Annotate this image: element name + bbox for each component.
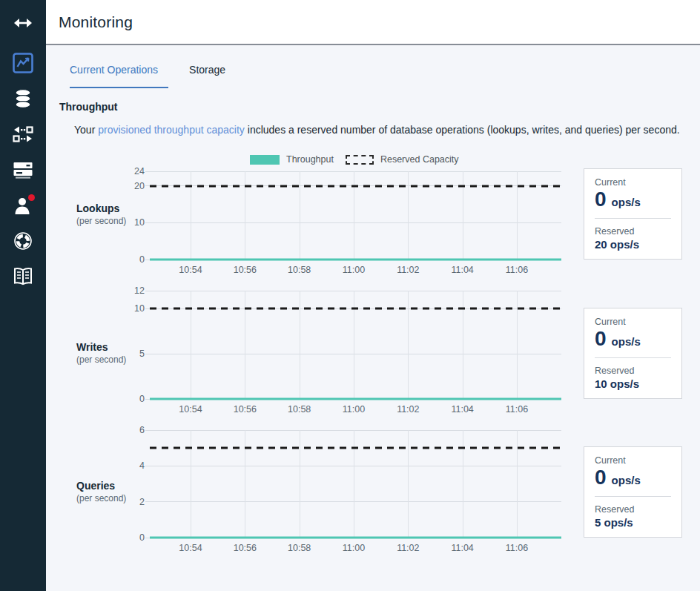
- active-tasks-icon: [13, 161, 33, 179]
- sidebar-item-databases[interactable]: [0, 81, 46, 116]
- x-tick-label: 11:06: [506, 543, 528, 553]
- tab-current-operations[interactable]: Current Operations: [70, 64, 168, 88]
- y-tick-label: 24: [116, 166, 145, 176]
- lookups-chart-plot: 2420100: [150, 171, 561, 260]
- page-title: Monitoring: [59, 13, 133, 31]
- throughput-legend-label: Throughput: [286, 154, 334, 165]
- x-tick-label: 11:00: [343, 404, 365, 415]
- queries-chart-x-axis: 10:5410:5610:5811:0011:0211:0411:06: [150, 538, 561, 569]
- y-tick-label: 0: [116, 532, 145, 543]
- x-tick-label: 10:58: [288, 265, 311, 275]
- sidebar-item-replication[interactable]: [0, 116, 46, 152]
- reserved-label: Reserved: [595, 504, 671, 515]
- reserved-value: 10 ops/s: [595, 377, 671, 390]
- x-tick-label: 10:58: [288, 543, 311, 553]
- writes-chart-x-axis: 10:5410:5610:5811:0011:0211:0411:06: [150, 399, 561, 430]
- reserved-value: 20 ops/s: [595, 238, 671, 251]
- writes-chart-plot: 121050: [150, 291, 561, 399]
- reserved-capacity-line: [150, 447, 561, 449]
- reserved-capacity-legend-label: Reserved Capacity: [380, 154, 459, 165]
- reserved-value: 5 ops/s: [595, 516, 671, 529]
- current-value: 0 ops/s: [595, 188, 671, 210]
- x-tick-label: 11:00: [343, 265, 365, 275]
- y-tick-label: 0: [116, 394, 145, 404]
- section-description: Your provisioned throughput capacity inc…: [74, 124, 700, 136]
- chart-title: Queries: [76, 480, 147, 492]
- description-prefix: Your: [74, 124, 98, 136]
- documentation-book-icon: [13, 267, 33, 286]
- reserved-capacity-legend-swatch: [346, 155, 374, 165]
- reserved-capacity-line: [150, 308, 561, 310]
- y-tick-label: 12: [116, 285, 145, 296]
- card-divider: [595, 496, 671, 497]
- x-tick-label: 10:54: [179, 543, 202, 553]
- y-tick-label: 20: [116, 181, 145, 191]
- database-icon: [13, 88, 33, 109]
- tab-bar: Current Operations Storage: [46, 45, 700, 88]
- x-tick-label: 10:58: [288, 404, 311, 415]
- main-area: Monitoring Current Operations Storage Th…: [46, 0, 700, 591]
- throughput-line: [150, 259, 561, 261]
- sidebar-toggle-button[interactable]: [0, 0, 46, 45]
- throughput-line: [150, 398, 561, 400]
- tab-storage[interactable]: Storage: [189, 64, 225, 88]
- x-tick-label: 11:06: [506, 404, 528, 415]
- x-tick-label: 11:00: [343, 543, 365, 553]
- lookups-chart-x-axis: 10:5410:5610:5811:0011:0211:0411:06: [150, 260, 561, 291]
- x-tick-label: 11:04: [451, 404, 473, 415]
- chart-legend: Throughput Reserved Capacity: [250, 154, 700, 165]
- x-tick-label: 10:54: [179, 265, 202, 275]
- queries-stat-card: Current 0 ops/s Reserved 5 ops/s: [584, 446, 682, 538]
- y-tick-label: 5: [116, 349, 145, 359]
- x-tick-label: 11:04: [451, 265, 473, 275]
- sidebar-item-support[interactable]: [0, 223, 46, 259]
- x-tick-label: 11:02: [397, 404, 419, 415]
- y-tick-label: 10: [116, 217, 145, 228]
- chart-row-queries: Queries (per second) 6420 10:5410:5610:5…: [46, 430, 700, 569]
- lookups-stat-card: Current 0 ops/s Reserved 20 ops/s: [584, 168, 682, 260]
- throughput-line: [150, 537, 561, 539]
- sidebar-item-documentation[interactable]: [0, 259, 46, 294]
- charts-section: Lookups (per second) 2420100 10:5410:561…: [46, 171, 700, 569]
- monitoring-chart-icon: [12, 52, 34, 74]
- reserved-label: Reserved: [595, 366, 671, 376]
- provisioned-throughput-capacity-link[interactable]: provisioned throughput capacity: [98, 124, 245, 136]
- reserved-label: Reserved: [595, 226, 671, 237]
- throughput-legend-swatch: [250, 155, 280, 165]
- x-tick-label: 10:54: [179, 404, 202, 415]
- sidebar-item-monitoring[interactable]: [0, 45, 46, 81]
- expand-sidebar-icon: [13, 16, 33, 30]
- y-tick-label: 6: [116, 425, 145, 435]
- sidebar-item-account[interactable]: [0, 188, 46, 223]
- support-lifebuoy-icon: [13, 231, 33, 251]
- current-value: 0 ops/s: [595, 328, 671, 349]
- sidebar: [0, 0, 46, 591]
- writes-stat-card: Current 0 ops/s Reserved 10 ops/s: [584, 308, 682, 399]
- y-tick-label: 2: [116, 497, 145, 507]
- y-tick-label: 4: [116, 460, 145, 471]
- replication-icon: [12, 125, 34, 143]
- x-tick-label: 11:02: [397, 265, 419, 275]
- reserved-capacity-line: [150, 185, 561, 187]
- x-tick-label: 11:06: [506, 265, 528, 275]
- section-heading: Throughput: [59, 101, 700, 113]
- x-tick-label: 11:02: [397, 543, 419, 553]
- card-divider: [595, 218, 671, 219]
- card-divider: [595, 357, 671, 358]
- queries-chart-plot: 6420: [150, 430, 561, 538]
- content-area: Current Operations Storage Throughput Yo…: [46, 45, 700, 590]
- y-tick-label: 10: [116, 303, 145, 314]
- current-label: Current: [595, 317, 671, 327]
- chart-row-lookups: Lookups (per second) 2420100 10:5410:561…: [46, 171, 700, 291]
- x-tick-label: 10:56: [234, 404, 257, 415]
- x-tick-label: 10:56: [234, 265, 257, 275]
- description-suffix: includes a reserved number of database o…: [245, 124, 680, 136]
- current-value: 0 ops/s: [595, 466, 671, 488]
- current-label: Current: [595, 177, 671, 188]
- notification-badge: [28, 194, 35, 201]
- y-tick-label: 0: [116, 254, 145, 265]
- sidebar-item-active-tasks[interactable]: [0, 152, 46, 188]
- chart-row-writes: Writes (per second) 121050 10:5410:5610:…: [46, 291, 700, 430]
- x-tick-label: 10:56: [234, 543, 257, 553]
- current-label: Current: [595, 455, 671, 466]
